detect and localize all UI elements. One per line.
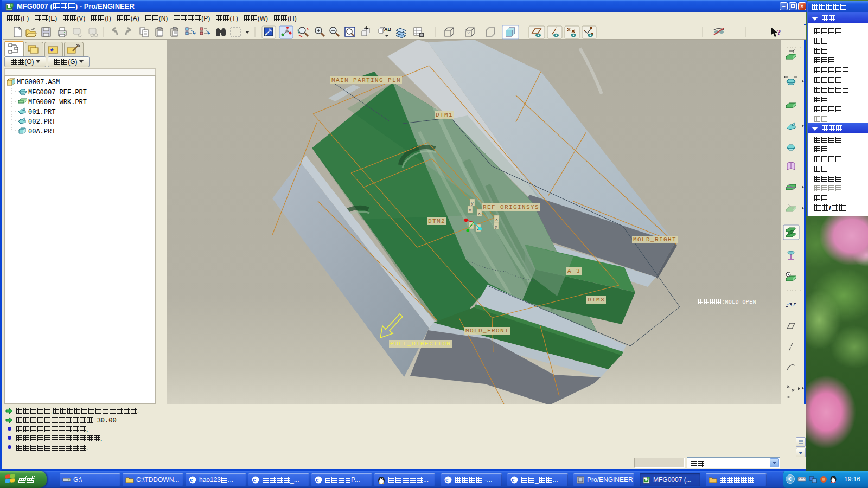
svg-text:x: x [495,217,498,222]
svg-text:e: e [190,476,193,484]
svg-text:e: e [445,476,449,484]
svg-text:e: e [253,476,256,484]
svg-text:y: y [495,224,497,229]
svg-text:x: x [478,211,481,216]
svg-text:e: e [512,476,515,484]
svg-text:?: ? [777,28,781,37]
svg-text:y: y [471,201,474,206]
svg-text:*: * [50,47,54,55]
svg-text:e: e [316,476,319,484]
svg-text:AB: AB [384,27,391,32]
svg-text:x: x [469,208,471,213]
